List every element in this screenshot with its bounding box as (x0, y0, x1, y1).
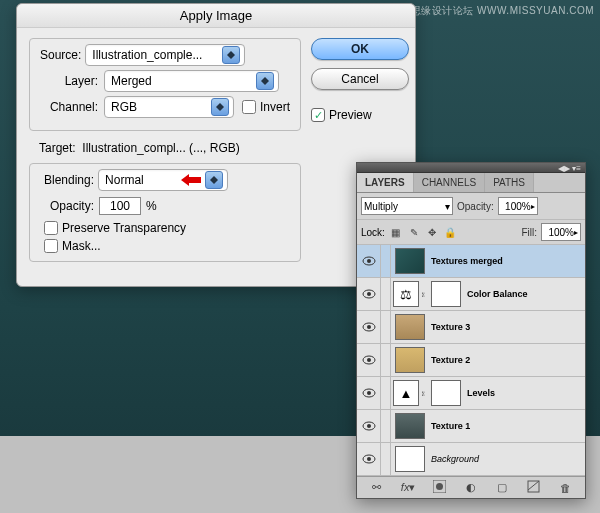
adjustment-icon: ⚖ (393, 281, 419, 307)
layer-row[interactable]: Texture 1 (357, 410, 585, 443)
visibility-toggle[interactable] (357, 311, 381, 343)
dropdown-arrows-icon (205, 171, 223, 189)
layer-row[interactable]: Texture 2 (357, 344, 585, 377)
lock-transparency-icon[interactable]: ▦ (389, 225, 403, 239)
svg-marker-3 (261, 81, 269, 85)
blending-fieldset: Blending: Normal Opacity: % Preserve (29, 163, 301, 262)
layer-value: Merged (111, 74, 252, 88)
layer-blend-mode-select[interactable]: Multiply ▾ (361, 197, 453, 215)
channel-select[interactable]: RGB (104, 96, 234, 118)
preserve-transparency-checkbox[interactable]: Preserve Transparency (44, 221, 290, 235)
layer-row[interactable]: Textures merged (357, 245, 585, 278)
blending-value: Normal (105, 173, 181, 187)
svg-marker-8 (210, 180, 218, 184)
delete-layer-icon[interactable]: 🗑 (556, 482, 574, 494)
layer-thumbnail (395, 248, 425, 274)
tab-layers[interactable]: LAYERS (357, 173, 414, 192)
layer-name: Levels (465, 388, 585, 398)
layer-select[interactable]: Merged (104, 70, 279, 92)
layer-thumbnail (395, 314, 425, 340)
panel-bottom-bar: ⚯ fx▾ ◐ ▢ 🗑 (357, 476, 585, 498)
tab-channels[interactable]: CHANNELS (414, 173, 485, 192)
dialog-title: Apply Image (17, 4, 415, 28)
svg-point-18 (367, 391, 371, 395)
visibility-toggle[interactable] (357, 377, 381, 409)
preview-checkbox[interactable]: ✓ Preview (311, 108, 409, 122)
invert-checkbox[interactable]: Invert (242, 100, 290, 114)
opacity-value: 100% (505, 201, 531, 212)
panel-menu-icon[interactable]: ◀▶ ▾≡ (558, 164, 581, 173)
add-mask-icon[interactable] (431, 480, 449, 495)
ok-button[interactable]: OK (311, 38, 409, 60)
layer-fill-input[interactable]: 100%▸ (541, 223, 581, 241)
layer-list: Textures merged⚖⩆Color BalanceTexture 3T… (357, 245, 585, 476)
lock-position-icon[interactable]: ✥ (425, 225, 439, 239)
source-select[interactable]: Illustration_comple... (85, 44, 245, 66)
svg-point-22 (367, 457, 371, 461)
opacity-label: Opacity: (50, 199, 94, 213)
fill-label: Fill: (521, 227, 537, 238)
adjustment-icon: ▲ (393, 380, 419, 406)
layer-name: Texture 2 (429, 355, 585, 365)
watermark-text: 思缘设计论坛 WWW.MISSYUAN.COM (411, 4, 594, 18)
svg-point-14 (367, 325, 371, 329)
visibility-toggle[interactable] (357, 278, 381, 310)
layer-thumbnail (395, 347, 425, 373)
invert-label: Invert (260, 100, 290, 114)
layer-row[interactable]: Background (357, 443, 585, 476)
panel-tabs: LAYERS CHANNELS PATHS (357, 173, 585, 193)
link-layers-icon[interactable]: ⚯ (368, 481, 386, 494)
preview-label: Preview (329, 108, 372, 122)
layer-thumbnail (395, 446, 425, 472)
layer-name: Color Balance (465, 289, 585, 299)
layer-opacity-input[interactable]: 100%▸ (498, 197, 538, 215)
channel-value: RGB (111, 100, 207, 114)
source-value: Illustration_comple... (92, 48, 218, 62)
svg-point-20 (367, 424, 371, 428)
fx-icon[interactable]: fx▾ (399, 481, 417, 494)
svg-point-12 (367, 292, 371, 296)
tab-paths[interactable]: PATHS (485, 173, 534, 192)
svg-point-16 (367, 358, 371, 362)
target-row: Target: Illustration_compl... (..., RGB) (39, 141, 301, 155)
layer-name: Textures merged (429, 256, 585, 266)
target-label: Target: (39, 141, 76, 155)
new-layer-icon[interactable] (525, 480, 543, 495)
layer-row[interactable]: ▲⩆Levels (357, 377, 585, 410)
layer-thumbnail (395, 413, 425, 439)
svg-point-10 (367, 259, 371, 263)
dropdown-arrows-icon (256, 72, 274, 90)
layer-name: Texture 1 (429, 421, 585, 431)
layer-name: Texture 3 (429, 322, 585, 332)
svg-marker-5 (216, 107, 224, 111)
lock-paint-icon[interactable]: ✎ (407, 225, 421, 239)
cancel-button[interactable]: Cancel (311, 68, 409, 90)
visibility-toggle[interactable] (357, 410, 381, 442)
lock-label: Lock: (361, 227, 385, 238)
channel-label: Channel: (36, 100, 98, 114)
visibility-toggle[interactable] (357, 344, 381, 376)
opacity-unit: % (146, 199, 157, 213)
new-group-icon[interactable]: ▢ (493, 481, 511, 494)
opacity-input[interactable] (99, 197, 141, 215)
blend-mode-value: Multiply (364, 201, 398, 212)
panel-titlebar[interactable]: ◀▶ ▾≡ (357, 163, 585, 173)
visibility-toggle[interactable] (357, 443, 381, 475)
adjustment-layer-icon[interactable]: ◐ (462, 481, 480, 494)
blending-label: Blending: (40, 173, 98, 187)
layer-row[interactable]: ⚖⩆Color Balance (357, 278, 585, 311)
layer-label: Layer: (36, 74, 98, 88)
mask-checkbox[interactable]: Mask... (44, 239, 290, 253)
lock-all-icon[interactable]: 🔒 (443, 225, 457, 239)
source-label: Source: (36, 48, 85, 62)
red-arrow-icon (181, 174, 201, 186)
visibility-toggle[interactable] (357, 245, 381, 277)
layers-panel: ◀▶ ▾≡ LAYERS CHANNELS PATHS Multiply ▾ O… (356, 162, 586, 499)
layer-name: Background (429, 454, 585, 464)
svg-marker-1 (227, 55, 235, 59)
target-value: Illustration_compl... (..., RGB) (82, 141, 239, 155)
preserve-label: Preserve Transparency (62, 221, 186, 235)
layer-row[interactable]: Texture 3 (357, 311, 585, 344)
mask-thumbnail (431, 380, 461, 406)
blending-select[interactable]: Normal (98, 169, 228, 191)
